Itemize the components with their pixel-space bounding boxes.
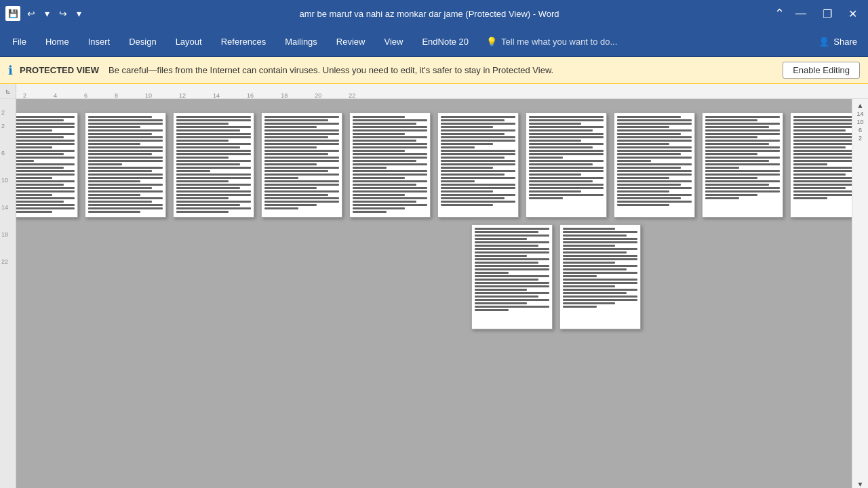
document-page-7 [526,113,607,218]
right-indicators: ▲ 14 10 6 2 ▼ [852,99,868,488]
menu-insert[interactable]: Insert [79,27,120,56]
ruler-corner: ⊾ [0,84,16,99]
horizontal-ruler: ⊾ 2 4 6 8 10 12 14 16 18 20 22 [0,84,868,99]
page-3-content [176,116,251,214]
document-title: amr be maruf va nahi az monkar dar jame … [84,9,774,19]
page-8-content [617,116,692,214]
page-9-content [705,116,780,214]
restore-button[interactable]: ❐ [817,6,837,22]
page-6-content [441,116,515,214]
page-12-content [563,228,637,326]
enable-editing-button[interactable]: Enable Editing [783,62,860,79]
title-bar-left: 💾 ↩ ▾ ↪ ▾ [5,6,84,21]
page-row-1 [16,113,852,218]
menu-design[interactable]: Design [119,27,165,56]
ruler-top: 2 4 6 8 10 12 14 16 18 20 22 [16,84,868,99]
undo-button[interactable]: ↩ [24,7,38,20]
page-7-content [529,116,604,214]
title-bar: 💾 ↩ ▾ ↪ ▾ amr be maruf va nahi az monkar… [0,0,868,27]
document-page-9 [702,113,783,218]
protected-view-banner: ℹ PROTECTED VIEW Be careful—files from t… [0,57,868,84]
document-page-2 [85,113,166,218]
indicator-down-icon[interactable]: ▼ [857,481,864,488]
document-page-12 [559,224,641,329]
indicator-up-icon[interactable]: ▲ [857,102,864,109]
indicator-2: 2 [859,135,862,142]
document-page-4 [261,113,342,218]
qat-dropdown[interactable]: ▾ [74,7,84,20]
menu-review[interactable]: Review [327,27,375,56]
info-icon: ℹ [8,63,13,78]
page-5-content [353,116,427,214]
page-11-content [475,228,549,326]
document-page-6 [437,113,519,218]
page-row-2 [471,224,641,329]
person-icon: 👤 [818,37,829,47]
document-page-10 [790,113,852,218]
indicator-14: 14 [856,110,863,117]
indicator-6: 6 [859,127,862,134]
ribbon-collapse-icon[interactable]: ⌃ [774,6,785,21]
share-button[interactable]: 👤 Share [810,27,865,56]
menu-home[interactable]: Home [36,27,79,56]
tell-me-field[interactable]: 💡 Tell me what you want to do... [478,27,625,56]
indicator-10: 10 [856,119,863,125]
document-page-11 [471,224,553,329]
document-page-8 [614,113,695,218]
close-button[interactable]: ✕ [843,6,863,22]
undo-dropdown[interactable]: ▾ [42,7,52,20]
menu-mailings[interactable]: Mailings [275,27,327,56]
document-page-5 [349,113,431,218]
page-4-content [264,116,339,214]
redo-button[interactable]: ↪ [56,7,70,20]
protected-view-label: PROTECTED VIEW [20,65,99,75]
menu-layout[interactable]: Layout [166,27,212,56]
document-pages-container [16,99,852,488]
page-2-content [88,116,163,214]
document-page-1 [16,113,78,218]
lightbulb-icon: 💡 [486,37,497,47]
vertical-ruler: 2 2 6 10 14 18 22 [0,99,16,488]
document-page-3 [173,113,254,218]
menu-endnote[interactable]: EndNote 20 [412,27,478,56]
menu-bar: File Home Insert Design Layout Reference… [0,27,868,57]
title-bar-right: ⌃ — ❐ ✕ [774,6,863,22]
menu-references[interactable]: References [212,27,275,56]
menu-view[interactable]: View [374,27,412,56]
page-1-content [16,116,75,214]
page-10-content [793,116,852,214]
word-icon: 💾 [5,6,20,21]
minimize-button[interactable]: — [790,6,812,21]
main-area: 2 2 6 10 14 18 22 [0,99,868,488]
protected-view-message: Be careful—files from the Internet can c… [108,65,776,75]
menu-file[interactable]: File [3,27,36,56]
